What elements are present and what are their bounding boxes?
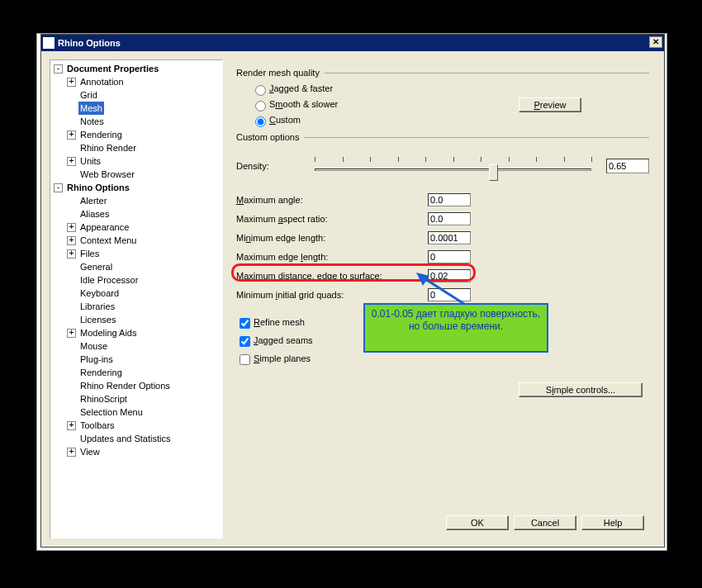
expander-icon[interactable]: + bbox=[67, 329, 76, 338]
expander-icon[interactable]: + bbox=[67, 448, 76, 457]
max-dist-input[interactable] bbox=[428, 269, 471, 282]
tree-rendering[interactable]: Rendering bbox=[78, 128, 124, 141]
min-grid-label: Minimum initial grid quads:Minimum initi… bbox=[236, 290, 428, 300]
dialog-title: Rhino Options bbox=[58, 38, 121, 48]
preview-button[interactable]: PreviewPreview bbox=[519, 97, 581, 112]
tree-libraries[interactable]: Libraries bbox=[78, 300, 116, 313]
max-edge-input[interactable] bbox=[428, 250, 471, 263]
min-edge-label: Minimum edge length:Minimum edge length: bbox=[236, 233, 428, 243]
min-grid-input[interactable] bbox=[428, 288, 471, 301]
expander-icon[interactable]: + bbox=[67, 78, 76, 87]
render-mesh-quality-label: Render mesh quality bbox=[236, 68, 325, 78]
tree-rhino-render-options[interactable]: Rhino Render Options bbox=[78, 379, 172, 392]
radio-custom[interactable]: CustomCustom bbox=[251, 114, 649, 127]
tree-appearance[interactable]: Appearance bbox=[78, 220, 130, 234]
tree-idle-processor[interactable]: Idle Processor bbox=[78, 273, 140, 287]
tree-grid[interactable]: Grid bbox=[78, 88, 99, 102]
tree-plugins[interactable]: Plug-ins bbox=[78, 353, 115, 366]
expander-icon[interactable]: - bbox=[54, 64, 63, 74]
tree-rhinoscript[interactable]: RhinoScript bbox=[78, 392, 129, 405]
mouse-cursor-icon: ➤ bbox=[690, 568, 701, 584]
max-edge-label: Maximum edge length:Maximum edge length: bbox=[236, 252, 428, 262]
tree-rendering-opt[interactable]: Rendering bbox=[78, 366, 124, 379]
radio-jagged[interactable]: JJagged & fasteragged & faster bbox=[251, 83, 649, 96]
divider bbox=[304, 137, 649, 138]
close-button[interactable]: ✕ bbox=[649, 36, 662, 48]
callout-text: 0.01-0.05 дает гладкую поверхность, но б… bbox=[372, 308, 540, 332]
expander-icon[interactable]: + bbox=[67, 223, 76, 232]
divider bbox=[325, 73, 649, 74]
tree-notes[interactable]: Notes bbox=[78, 115, 106, 128]
tree-general[interactable]: General bbox=[78, 260, 114, 273]
max-angle-label: Maximum angle:Maximum angle: bbox=[236, 195, 428, 205]
max-aspect-label: Maximum aspect ratio:Maximum aspect rati… bbox=[236, 214, 428, 224]
tree-document-properties[interactable]: Document Properties bbox=[65, 62, 160, 75]
min-edge-input[interactable] bbox=[428, 231, 471, 244]
tree-files[interactable]: Files bbox=[78, 247, 101, 260]
tree-selection-menu[interactable]: Selection Menu bbox=[78, 405, 145, 419]
expander-icon[interactable]: + bbox=[67, 130, 76, 140]
slider-thumb[interactable] bbox=[489, 164, 498, 181]
density-input[interactable] bbox=[606, 159, 649, 173]
tree-view[interactable]: View bbox=[78, 445, 102, 458]
titlebar: Rhino Options ✕ bbox=[41, 35, 664, 51]
annotation-callout: 0.01-0.05 дает гладкую поверхность, но б… bbox=[363, 303, 548, 353]
tree-keyboard[interactable]: Keyboard bbox=[78, 287, 121, 300]
radio-smooth[interactable]: Smooth & slowerSmooth & slower bbox=[251, 98, 649, 111]
tree-modeling-aids[interactable]: Modeling Aids bbox=[78, 326, 139, 339]
tree-licenses[interactable]: Licenses bbox=[78, 313, 117, 326]
tree-web-browser[interactable]: Web Browser bbox=[78, 168, 136, 181]
app-icon bbox=[43, 37, 55, 49]
expander-icon[interactable]: + bbox=[67, 421, 76, 430]
tree-rhino-options[interactable]: Rhino Options bbox=[65, 181, 131, 194]
max-aspect-input[interactable] bbox=[428, 212, 471, 225]
simple-controls-button[interactable]: Simple controls...Simple controls... bbox=[519, 382, 643, 397]
tree-annotation[interactable]: Annotation bbox=[78, 75, 126, 88]
max-angle-input[interactable] bbox=[428, 193, 471, 206]
tree-context-menu[interactable]: Context Menu bbox=[78, 234, 138, 247]
density-label: Density: bbox=[236, 161, 315, 171]
rhino-options-dialog: Rhino Options ✕ -Document Properties +An… bbox=[40, 34, 665, 548]
expander-icon[interactable]: + bbox=[67, 249, 76, 258]
options-tree[interactable]: -Document Properties +Annotation Grid Me… bbox=[50, 59, 223, 538]
cancel-button[interactable]: Cancel bbox=[514, 515, 576, 530]
tree-units[interactable]: Units bbox=[78, 154, 102, 168]
tree-updates[interactable]: Updates and Statistics bbox=[78, 432, 172, 445]
close-icon: ✕ bbox=[652, 37, 659, 46]
tree-aliases[interactable]: Aliases bbox=[78, 207, 111, 220]
mesh-panel: Render mesh quality JJagged & fasteragge… bbox=[223, 59, 656, 538]
custom-options-label: Custom options bbox=[236, 132, 304, 142]
simple-planes-checkbox[interactable]: Simple planesSimple planes bbox=[236, 352, 649, 368]
tree-mesh[interactable]: Mesh bbox=[78, 102, 104, 115]
tree-mouse[interactable]: Mouse bbox=[78, 339, 109, 353]
expander-icon[interactable]: + bbox=[67, 157, 76, 166]
max-dist-label: Maximum distance, edge to surface:Maximu… bbox=[236, 271, 428, 281]
tree-toolbars[interactable]: Toolbars bbox=[78, 419, 116, 432]
tree-alerter[interactable]: Alerter bbox=[78, 194, 108, 207]
help-button[interactable]: Help bbox=[581, 515, 644, 530]
expander-icon[interactable]: - bbox=[54, 183, 63, 192]
tree-rhino-render[interactable]: Rhino Render bbox=[78, 141, 138, 154]
ok-button[interactable]: OK bbox=[446, 515, 509, 530]
density-slider[interactable] bbox=[315, 154, 591, 178]
expander-icon[interactable]: + bbox=[67, 236, 76, 245]
